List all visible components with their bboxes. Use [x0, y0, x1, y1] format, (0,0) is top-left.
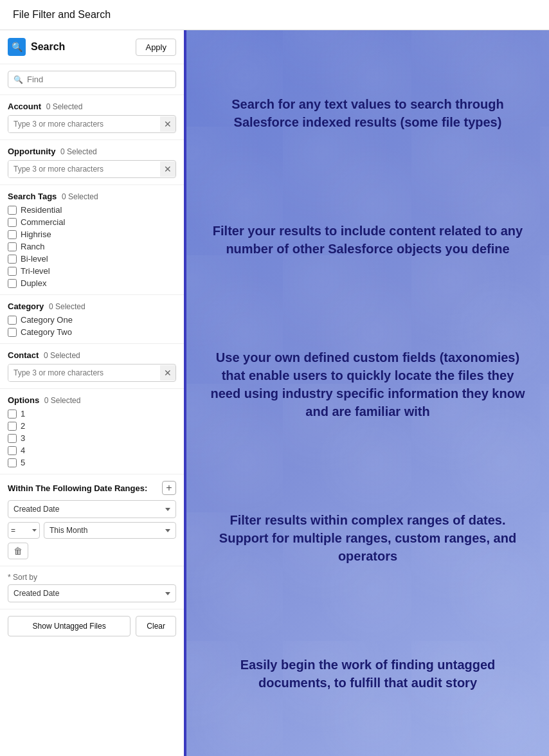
search-tags-label: Search Tags 0 Selected	[8, 192, 176, 201]
date-range-label: Within The Following Date Ranges:	[8, 483, 147, 493]
contact-input[interactable]	[8, 364, 160, 381]
find-section: 🔍	[0, 64, 184, 95]
date-month-select[interactable]: This Month Last Month This Year Custom	[44, 522, 176, 539]
date-range-section: Within The Following Date Ranges: + Crea…	[0, 474, 184, 566]
account-input[interactable]	[8, 116, 160, 132]
search-tags-list: Residential Commercial Highrise Ranch Bi…	[8, 205, 176, 288]
clear-button[interactable]: Clear	[136, 616, 176, 636]
find-search-icon: 🔍	[14, 75, 23, 84]
contact-count: 0 Selected	[44, 351, 80, 360]
checkbox-residential[interactable]	[8, 206, 17, 215]
list-item[interactable]: Category One	[8, 315, 176, 325]
list-item[interactable]: Tri-level	[8, 266, 176, 276]
search-title-text: Search	[31, 41, 65, 53]
list-item[interactable]: Bi-level	[8, 254, 176, 264]
left-panel: 🔍 Search Apply 🔍 Account 0 Selected ✕	[0, 30, 186, 756]
account-input-wrapper: ✕	[8, 115, 176, 133]
list-item[interactable]: 1	[8, 409, 176, 419]
list-item[interactable]: Residential	[8, 205, 176, 215]
category-label: Category 0 Selected	[8, 302, 176, 311]
bottom-actions: Show Untagged Files Clear	[0, 609, 184, 643]
account-count: 0 Selected	[46, 102, 83, 111]
category-section: Category 0 Selected Category One Categor…	[0, 295, 184, 344]
date-row: = < > This Month Last Month This Year Cu…	[8, 522, 176, 539]
options-count: 0 Selected	[44, 396, 81, 405]
opportunity-section: Opportunity 0 Selected ✕	[0, 140, 184, 185]
title-bar: File Filter and Search	[0, 0, 549, 30]
list-item[interactable]: Category Two	[8, 327, 176, 337]
search-tags-count: 0 Selected	[62, 192, 98, 201]
checkbox-highrise[interactable]	[8, 230, 17, 239]
checkbox-duplex[interactable]	[8, 279, 17, 288]
list-item[interactable]: Highrise	[8, 230, 176, 239]
category-list: Category One Category Two	[8, 315, 176, 337]
right-text-5: Easily begin the work of finding untagge…	[203, 643, 533, 705]
opportunity-clear-icon[interactable]: ✕	[160, 161, 176, 177]
list-item[interactable]: 3	[8, 433, 176, 443]
find-input[interactable]	[27, 75, 170, 84]
sort-label: * Sort by	[8, 573, 176, 582]
list-item[interactable]: Ranch	[8, 242, 176, 251]
add-date-range-button[interactable]: +	[162, 481, 176, 495]
checkbox-category-two[interactable]	[8, 328, 17, 337]
list-item[interactable]: 5	[8, 458, 176, 467]
main-content: 🔍 Search Apply 🔍 Account 0 Selected ✕	[0, 30, 549, 756]
trash-icon: 🗑	[14, 546, 22, 556]
opportunity-label: Opportunity 0 Selected	[8, 147, 176, 156]
checkbox-2[interactable]	[8, 422, 17, 431]
date-range-header: Within The Following Date Ranges: +	[8, 481, 176, 495]
checkbox-4[interactable]	[8, 446, 17, 455]
right-panel: Search for any text values to search thr…	[186, 30, 549, 756]
checkbox-1[interactable]	[8, 410, 17, 419]
account-label: Account 0 Selected	[8, 102, 176, 111]
options-list: 1 2 3 4 5	[8, 409, 176, 467]
right-text-2: Filter your results to include content r…	[203, 209, 533, 271]
opportunity-count: 0 Selected	[60, 147, 97, 156]
right-text-4: Filter results within complex ranges of …	[203, 498, 533, 578]
list-item[interactable]: Commercial	[8, 217, 176, 227]
sort-select[interactable]: Created Date Modified Date Name	[8, 584, 176, 602]
search-tags-section: Search Tags 0 Selected Residential Comme…	[0, 185, 184, 295]
search-icon: 🔍	[8, 38, 26, 56]
checkbox-5[interactable]	[8, 458, 17, 467]
checkbox-3[interactable]	[8, 434, 17, 443]
checkbox-commercial[interactable]	[8, 218, 17, 227]
list-item[interactable]: 4	[8, 446, 176, 455]
right-text-1: Search for any text values to search thr…	[203, 82, 533, 144]
contact-section: Contact 0 Selected ✕	[0, 344, 184, 389]
sort-section: * Sort by Created Date Modified Date Nam…	[0, 566, 184, 609]
list-item[interactable]: Duplex	[8, 278, 176, 288]
show-untagged-button[interactable]: Show Untagged Files	[8, 616, 130, 636]
category-count: 0 Selected	[49, 302, 86, 311]
right-text-3: Use your own defined custom fields (taxo…	[203, 336, 533, 433]
search-title-group: 🔍 Search	[8, 38, 65, 56]
find-input-wrapper: 🔍	[8, 71, 176, 88]
checkbox-ranch[interactable]	[8, 242, 17, 251]
date-field-select[interactable]: Created Date	[8, 500, 176, 518]
date-operator-select[interactable]: = < >	[8, 522, 40, 539]
account-clear-icon[interactable]: ✕	[160, 116, 176, 132]
account-section: Account 0 Selected ✕	[0, 95, 184, 140]
sort-select-wrapper: Created Date Modified Date Name	[8, 584, 176, 602]
options-section: Options 0 Selected 1 2 3 4 5	[0, 389, 184, 474]
options-label: Options 0 Selected	[8, 395, 176, 405]
contact-input-wrapper: ✕	[8, 364, 176, 382]
checkbox-category-one[interactable]	[8, 316, 17, 325]
delete-date-range-button[interactable]: 🗑	[8, 543, 28, 559]
opportunity-input-wrapper: ✕	[8, 160, 176, 178]
search-header: 🔍 Search Apply	[0, 30, 184, 64]
apply-button[interactable]: Apply	[136, 39, 176, 56]
opportunity-input[interactable]	[8, 161, 160, 177]
list-item[interactable]: 2	[8, 421, 176, 431]
title-text: File Filter and Search	[13, 9, 111, 20]
checkbox-trilevel[interactable]	[8, 267, 17, 276]
contact-clear-icon[interactable]: ✕	[160, 365, 176, 381]
contact-label: Contact 0 Selected	[8, 350, 176, 360]
checkbox-bilevel[interactable]	[8, 255, 17, 264]
